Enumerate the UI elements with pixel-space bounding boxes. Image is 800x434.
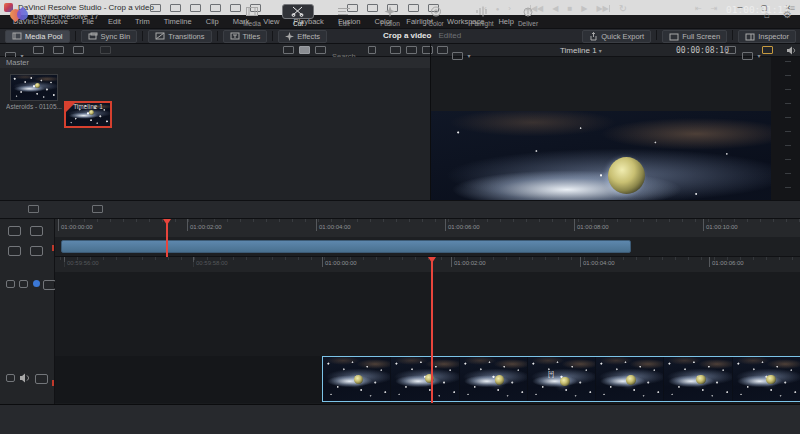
playhead-upper[interactable] <box>166 219 168 257</box>
camera-icon[interactable] <box>725 46 736 54</box>
ripple-overwrite-icon[interactable] <box>190 4 201 12</box>
goto-out-icon[interactable]: ⇥ <box>711 4 718 14</box>
tab-label: Cut <box>293 20 303 27</box>
full-screen-icon <box>669 33 679 41</box>
filter-icon[interactable] <box>368 46 376 54</box>
marker-icon[interactable] <box>19 280 28 288</box>
marker-color-swatch[interactable] <box>33 280 40 287</box>
snap-icon[interactable] <box>6 280 15 288</box>
append-icon[interactable] <box>170 4 181 12</box>
tab-label: Media <box>243 20 261 27</box>
transform-icon[interactable] <box>762 46 773 54</box>
strip-view-icon[interactable] <box>283 46 294 54</box>
ruler-label: 01:00:08:00 <box>574 224 609 231</box>
audio-track-icon[interactable] <box>19 373 30 383</box>
menu-item-clip[interactable]: Clip <box>199 17 226 26</box>
clip-color-icon[interactable] <box>422 46 433 54</box>
trim-head-icon[interactable] <box>8 246 21 256</box>
tab-cut[interactable]: Cut <box>275 0 321 30</box>
import-folder-icon[interactable] <box>53 46 64 54</box>
tools-icon[interactable] <box>742 52 753 60</box>
media-tab-icon <box>245 6 259 17</box>
tab-color[interactable]: Color <box>413 0 459 30</box>
timeline-overview-clip[interactable] <box>61 240 631 253</box>
project-manager-icon[interactable]: ⌂ <box>764 9 770 20</box>
sync-bin-button[interactable]: Sync Bin <box>81 30 138 43</box>
insert-indicator: [+] <box>548 370 553 377</box>
settings-gear-icon[interactable]: ⚙ <box>783 9 792 20</box>
project-status: Edited <box>438 31 461 40</box>
media-clip-asteroids[interactable] <box>10 74 58 101</box>
sync-clips-icon[interactable] <box>73 46 84 54</box>
ruler-label: 01:00:02:00 <box>187 224 222 231</box>
timeline-selector[interactable]: Timeline 1 ▾ <box>560 46 602 55</box>
timeline-clip-asteroids[interactable] <box>322 356 800 402</box>
media-pool-panel <box>0 57 430 200</box>
tag-icon[interactable] <box>390 46 401 54</box>
smart-insert-icon[interactable] <box>150 4 161 12</box>
quick-export-button[interactable]: Quick Export <box>582 30 651 43</box>
goto-in-icon[interactable]: ⇤ <box>695 4 702 14</box>
app-version-label: DaVinci Resolve 17 <box>33 12 98 21</box>
transitions-button[interactable]: Transitions <box>148 30 211 43</box>
list-view-icon[interactable] <box>315 46 326 54</box>
play-reverse-button[interactable]: ◀ <box>552 4 558 14</box>
bin-header: Master <box>0 57 430 68</box>
loop-button[interactable]: ↻ <box>619 4 627 14</box>
fairlight-tab-icon <box>475 6 489 17</box>
panel-divider <box>430 44 431 200</box>
chevron-down-icon[interactable]: ▾ <box>467 53 470 59</box>
import-media-icon[interactable] <box>33 46 44 54</box>
tab-media[interactable]: Media <box>229 0 275 30</box>
ruler-label: 01:00:02:00 <box>451 260 486 267</box>
track-insert-icon[interactable] <box>8 226 21 236</box>
viewer-options-icon[interactable] <box>452 52 463 60</box>
media-pool-icon <box>12 32 22 40</box>
tab-edit[interactable]: Edit <box>321 0 367 30</box>
full-screen-label: Full Screen <box>682 32 720 41</box>
skip-forward-button[interactable]: ▶▶ <box>596 4 609 14</box>
media-pool-button[interactable]: Media Pool <box>5 30 70 43</box>
toolbox-icon[interactable] <box>28 205 39 213</box>
tab-deliver[interactable]: Deliver <box>505 0 551 30</box>
usage-icon[interactable] <box>406 46 417 54</box>
titles-icon <box>230 32 240 40</box>
inspector-button[interactable]: Inspector <box>738 30 796 43</box>
track-effect-icon[interactable] <box>30 226 43 236</box>
video-track-icon[interactable] <box>35 374 48 384</box>
chevron-down-icon: ▾ <box>599 48 602 54</box>
toolbar-right: Quick Export Full Screen Inspector <box>577 30 796 43</box>
divider <box>142 31 143 41</box>
tab-label: Fairlight <box>470 20 493 27</box>
planet-thumb <box>89 110 94 115</box>
trim-tail-icon[interactable] <box>30 246 43 256</box>
tab-fusion[interactable]: Fusion <box>367 0 413 30</box>
play-button[interactable]: ▶ <box>581 4 587 14</box>
chevron-down-icon[interactable]: ▾ <box>757 53 760 59</box>
divider <box>217 31 218 41</box>
source-mode-icon[interactable] <box>437 46 448 54</box>
fusion-tab-icon <box>383 6 397 17</box>
audio-mixer-icon[interactable] <box>92 205 103 213</box>
full-screen-button[interactable]: Full Screen <box>662 30 727 43</box>
playhead-lower[interactable] <box>431 257 433 403</box>
menu-item-edit[interactable]: Edit <box>101 17 128 26</box>
lock-track-icon[interactable] <box>6 374 15 382</box>
close-up-icon[interactable] <box>210 4 221 12</box>
effects-button[interactable]: Effects <box>278 30 327 43</box>
inspector-label: Inspector <box>758 32 789 41</box>
scroll-marker <box>52 245 54 251</box>
quick-export-label: Quick Export <box>601 32 644 41</box>
tab-fairlight[interactable]: Fairlight <box>459 0 505 30</box>
tab-label: Edit <box>338 20 349 27</box>
menu-item-trim[interactable]: Trim <box>128 17 157 26</box>
titles-button[interactable]: Titles <box>223 30 268 43</box>
page-tabs: Media Cut Edit Fusion Color Fairlight De… <box>229 0 551 30</box>
thumbnail-view-icon[interactable] <box>299 46 310 54</box>
transitions-label: Transitions <box>168 32 204 41</box>
menu-item-timeline[interactable]: Timeline <box>157 17 199 26</box>
stop-button[interactable]: ■ <box>567 4 572 14</box>
speaker-icon[interactable] <box>786 46 796 55</box>
main-toolbar: Media Pool Sync Bin Transitions Titles E… <box>0 28 800 44</box>
clone-tool-icon[interactable] <box>100 46 111 54</box>
